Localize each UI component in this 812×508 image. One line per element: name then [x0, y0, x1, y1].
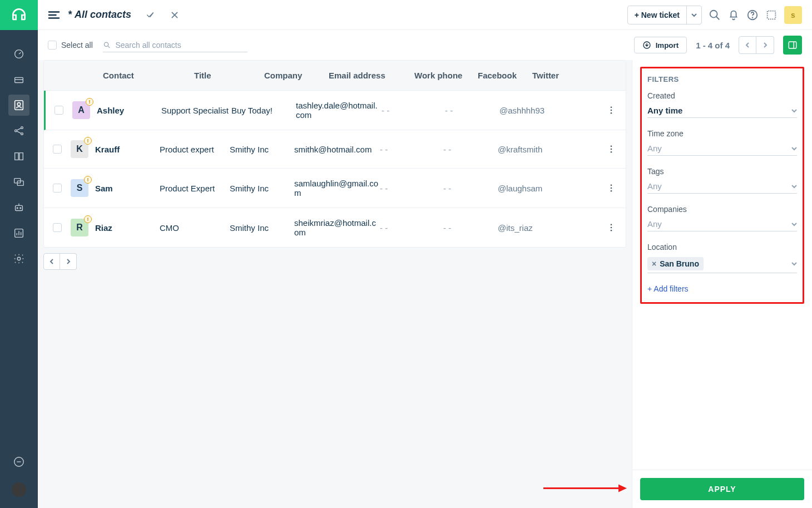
table-row[interactable]: S! Sam Product Expert Smithy Inc samlaug… [44, 169, 626, 208]
app-logo[interactable] [0, 0, 38, 30]
table-row[interactable]: A! Ashley Support Specialist Buy Today! … [44, 91, 626, 130]
filter-created-label: Created [647, 91, 797, 100]
col-work-phone: Work phone [414, 71, 478, 80]
select-all-checkbox[interactable]: Select all [48, 41, 93, 50]
below-pager [43, 253, 626, 270]
contact-facebook: - - [445, 106, 499, 115]
table-header: Contact Title Company Email address Work… [44, 61, 626, 91]
filter-panel: FILTERS Created Any time Time zone Any [632, 60, 812, 508]
nav-tickets[interactable] [8, 69, 29, 90]
contact-avatar: K! [71, 140, 88, 158]
apps-icon[interactable] [765, 9, 778, 21]
contact-title: CMO [160, 223, 230, 233]
contact-twitter: @its_riaz [498, 223, 559, 233]
edit-view-icon[interactable] [145, 9, 156, 21]
filter-toggle[interactable] [783, 36, 802, 55]
row-more-icon[interactable] [606, 144, 617, 155]
contact-name: Riaz [95, 223, 160, 233]
nav-dashboard[interactable] [8, 43, 29, 65]
contact-title: Product expert [160, 145, 230, 154]
filter-highlight: FILTERS Created Any time Time zone Any [640, 67, 804, 304]
filter-companies-select[interactable]: Any [647, 217, 797, 231]
col-email: Email address [329, 71, 414, 80]
chip-remove-icon[interactable]: × [652, 260, 656, 268]
pager-prev[interactable] [739, 36, 756, 54]
table-area: Contact Title Company Email address Work… [38, 60, 632, 508]
contact-twitter: @ashhhh93 [499, 106, 561, 115]
apply-button[interactable]: APPLY [640, 478, 804, 500]
table-row[interactable]: K! Krauff Product expert Smithy Inc smit… [44, 130, 626, 169]
nav-contacts[interactable] [8, 95, 29, 116]
contact-work-phone: - - [382, 106, 445, 115]
row-more-icon[interactable] [606, 105, 617, 116]
filter-location-select[interactable]: ×San Bruno [647, 255, 797, 273]
svg-point-5 [21, 127, 23, 129]
warning-badge-icon: ! [84, 215, 92, 223]
contact-company: Smithy Inc [230, 184, 294, 193]
svg-point-6 [21, 133, 23, 135]
filter-tags-select[interactable]: Any [647, 179, 797, 194]
svg-point-32 [611, 230, 612, 231]
contact-email: smithk@hotmail.com [294, 145, 380, 154]
main-area: * All contacts + New ticket s Select all [38, 0, 812, 508]
pager [739, 36, 774, 54]
svg-point-22 [611, 110, 612, 111]
new-ticket-button[interactable]: + New ticket [627, 6, 702, 24]
bell-icon[interactable] [727, 9, 740, 21]
add-filters-link[interactable]: + Add filters [647, 284, 797, 293]
import-button[interactable]: Import [634, 37, 687, 53]
nav-social[interactable] [8, 120, 29, 141]
menu-icon[interactable] [48, 9, 60, 21]
nav-forums[interactable] [8, 171, 29, 193]
filter-companies-label: Companies [647, 205, 797, 214]
below-pager-prev[interactable] [43, 253, 60, 270]
nav-solutions[interactable] [8, 146, 29, 167]
svg-point-27 [611, 184, 612, 186]
row-checkbox[interactable] [53, 145, 62, 154]
filter-timezone-select[interactable]: Any [647, 141, 797, 156]
nav-analytics[interactable] [8, 223, 29, 244]
contact-email: sheikmriaz@hotmail.com [294, 218, 380, 237]
search-input[interactable] [115, 41, 247, 50]
pager-next[interactable] [756, 36, 774, 54]
svg-rect-20 [789, 42, 796, 48]
filter-created-select[interactable]: Any time [647, 103, 797, 118]
svg-point-29 [611, 190, 612, 192]
row-checkbox[interactable] [53, 184, 62, 193]
svg-point-16 [752, 17, 753, 18]
svg-point-21 [611, 106, 612, 108]
col-twitter: Twitter [532, 71, 593, 80]
col-title: Title [194, 71, 264, 80]
nav-admin[interactable] [8, 248, 29, 269]
contact-email: samlaughlin@gmail.com [294, 179, 380, 198]
row-checkbox[interactable] [53, 223, 62, 232]
svg-point-4 [15, 130, 17, 132]
row-checkbox[interactable] [55, 106, 63, 115]
close-view-icon[interactable] [169, 9, 180, 21]
table-row[interactable]: R! Riaz CMO Smithy Inc sheikmriaz@hotmai… [44, 208, 626, 247]
help-icon[interactable] [746, 9, 759, 21]
nav-bots[interactable] [8, 197, 29, 218]
svg-rect-17 [768, 11, 776, 19]
below-pager-next[interactable] [60, 253, 77, 270]
row-more-icon[interactable] [606, 183, 617, 194]
svg-point-28 [611, 188, 612, 189]
svg-point-3 [17, 102, 21, 106]
col-contact: Contact [103, 71, 194, 80]
contact-facebook: - - [443, 145, 498, 154]
contact-company: Buy Today! [231, 106, 296, 115]
user-avatar[interactable]: s [784, 6, 802, 24]
filter-footer: APPLY [632, 470, 812, 508]
row-more-icon[interactable] [606, 222, 617, 233]
svg-point-26 [611, 151, 612, 153]
nav-presence-avatar[interactable] [12, 482, 26, 497]
warning-badge-icon: ! [86, 98, 93, 106]
location-chip[interactable]: ×San Bruno [647, 257, 704, 270]
col-company: Company [264, 71, 329, 80]
nav-chat-icon[interactable] [8, 451, 29, 472]
chevron-down-icon[interactable] [687, 12, 701, 18]
search-icon[interactable] [709, 9, 721, 21]
side-nav [8, 30, 29, 451]
search-contacts[interactable] [103, 38, 247, 52]
svg-point-25 [611, 149, 612, 150]
